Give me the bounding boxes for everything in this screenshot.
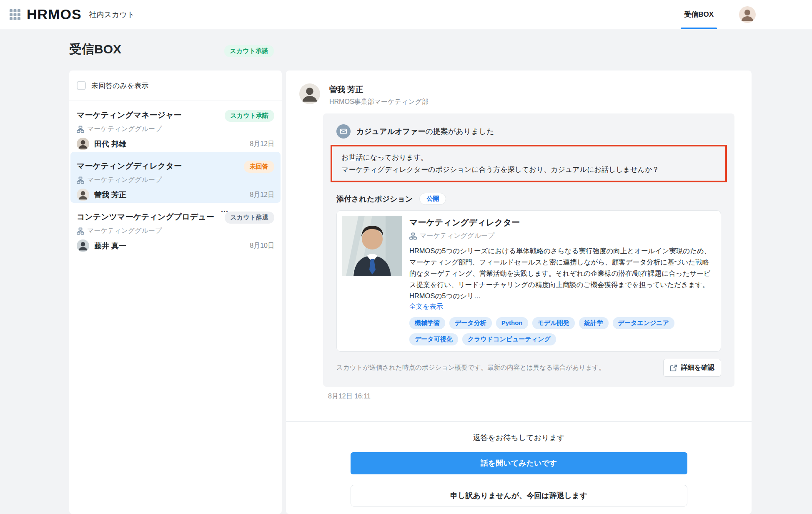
scout-group: マーケティンググループ	[87, 227, 162, 235]
message-line: マーケティグディレクターのポジションに合う方を探しており、カジュアルにお話ししま…	[341, 164, 716, 176]
status-badge: 未回答	[244, 161, 274, 173]
filter-label: 未回答のみを表示	[91, 81, 148, 91]
grid-icon	[9, 9, 21, 20]
org-group-icon	[77, 126, 84, 133]
candidate-name: 田代 邦雄	[94, 139, 126, 149]
offer-message-highlighted: お世話になっております。 マーケティグディレクターのポジションに合う方を探してお…	[331, 145, 727, 182]
offer-headline: カジュアルオファーの提案がありました	[356, 126, 494, 136]
response-prompt: 返答をお待ちしております	[286, 433, 752, 443]
view-detail-button[interactable]: 詳細を確認	[663, 359, 721, 377]
attachment-label: 添付されたポジション	[336, 194, 413, 204]
offer-message-bubble: カジュアルオファーの提案がありました お世話になっております。 マーケティグディ…	[323, 113, 734, 387]
show-full-text-link[interactable]: 全文を表示	[409, 302, 443, 311]
filter-unanswered-toggle[interactable]: 未回答のみを表示	[69, 71, 282, 101]
person-icon	[299, 83, 320, 104]
hrmos-logo: HRMOS	[27, 6, 82, 23]
accept-offer-button[interactable]: 話を聞いてみたいです	[351, 452, 687, 474]
decline-offer-button[interactable]: 申し訳ありませんが、今回は辞退します	[351, 485, 687, 506]
status-badge: スカウト辞退	[225, 212, 274, 224]
external-link-icon	[670, 364, 677, 372]
person-icon	[77, 239, 89, 252]
sender-department: HRMOS事業部マーケティング部	[329, 98, 429, 106]
list-item-content-marketing-producer[interactable]: ... コンテンツマーケティングプロデュー スカウト辞退 マーケティンググループ…	[69, 203, 282, 254]
position-photo	[342, 216, 402, 276]
visibility-badge: 公開	[419, 193, 446, 205]
candidate-name: 藤井 真一	[94, 241, 126, 251]
candidate-avatar	[77, 189, 89, 201]
sender-avatar	[299, 83, 320, 104]
skill-tag: クラウドコンピューティング	[462, 333, 556, 345]
candidate-avatar	[77, 138, 89, 150]
person-icon	[77, 189, 89, 201]
message-line: お世話になっております。	[341, 151, 716, 164]
user-avatar[interactable]	[739, 6, 756, 23]
skill-tag: データエンジニア	[613, 317, 674, 329]
title-overflow-dots: ...	[221, 205, 228, 214]
sender-name: 曽我 芳正	[329, 84, 429, 95]
status-badge-accepted: スカウト承諾	[224, 45, 274, 57]
scout-group: マーケティンググループ	[87, 125, 162, 134]
candidate-avatar	[77, 239, 89, 252]
page-title: 受信BOX	[69, 40, 121, 58]
skill-tags: 機械学習 データ分析 Python モデル開発 統計学 データエンジニア データ…	[409, 317, 715, 345]
list-item-marketing-manager[interactable]: マーケティングマネージャー スカウト承諾 マーケティンググループ 田代 邦雄 8…	[69, 101, 282, 152]
status-badge: スカウト承諾	[225, 110, 274, 122]
org-group-icon	[409, 232, 417, 240]
skill-tag: モデル開発	[532, 317, 575, 329]
message-timestamp: 8月12日 16:11	[328, 392, 752, 401]
skill-tag: 統計学	[579, 317, 609, 329]
response-section: 返答をお待ちしております 話を聞いてみたいです 申し訳ありませんが、今回は辞退し…	[286, 421, 752, 514]
app-grid-icon[interactable]	[8, 8, 22, 21]
scout-group: マーケティンググループ	[87, 176, 162, 184]
app-name: 社内スカウト	[89, 10, 135, 20]
scout-date: 8月12日	[250, 191, 274, 199]
org-group-icon	[77, 227, 84, 235]
message-panel: 曽我 芳正 HRMOS事業部マーケティング部 カジュアルオファーの提案がありまし…	[286, 71, 752, 514]
position-description: HRMOSの5つのシリーズにおける単体戦略のさらなる実行強度の向上とオールイン実…	[409, 245, 715, 302]
scout-title: マーケティングマネージャー	[77, 110, 181, 121]
scout-title: コンテンツマーケティングプロデュー	[77, 212, 214, 222]
skill-tag: Python	[496, 317, 528, 329]
list-item-marketing-director[interactable]: マーケティングディレクター 未回答 マーケティンググループ 曽我 芳正 8月12…	[70, 152, 281, 203]
org-group-icon	[77, 176, 84, 184]
skill-tag: 機械学習	[409, 317, 445, 329]
person-icon	[739, 6, 756, 23]
position-group: マーケティンググループ	[420, 232, 494, 240]
sender-block: 曽我 芳正 HRMOS事業部マーケティング部	[286, 71, 752, 106]
candidate-name: 曽我 芳正	[94, 190, 126, 200]
tab-inbox[interactable]: 受信BOX	[681, 0, 717, 29]
position-title: マーケティングディレクター	[409, 217, 715, 228]
position-card: マーケティングディレクター マーケティンググループ HRMOSの5つのシリーズに…	[336, 210, 721, 352]
skill-tag: データ可視化	[409, 333, 458, 345]
scout-title: マーケティングディレクター	[77, 161, 182, 171]
person-icon	[77, 138, 89, 150]
header-divider	[728, 8, 728, 22]
mail-icon	[336, 124, 351, 139]
scout-date: 8月12日	[250, 140, 274, 149]
app-header: HRMOS 社内スカウト 受信BOX	[0, 0, 812, 29]
scout-date: 8月10日	[250, 242, 274, 250]
inbox-list: 未回答のみを表示 マーケティングマネージャー スカウト承諾 マーケティンググルー…	[69, 71, 282, 514]
filter-checkbox[interactable]	[77, 81, 86, 90]
businessman-photo-placeholder	[342, 216, 402, 276]
skill-tag: データ分析	[449, 317, 492, 329]
position-snapshot-note: スカウトが送信された時点のポジション概要です。最新の内容とは異なる場合があります…	[336, 363, 605, 372]
